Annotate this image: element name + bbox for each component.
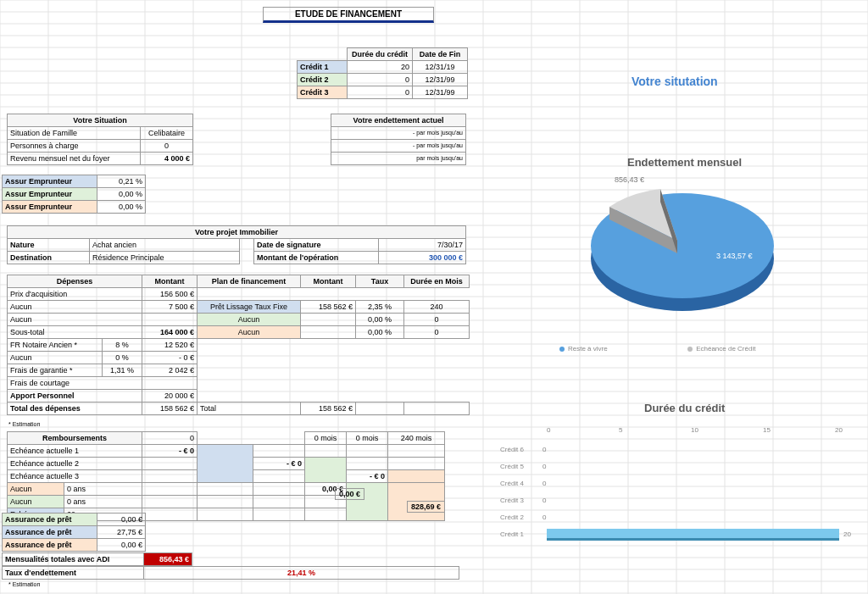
projet-header: Votre projet Immobilier: [8, 226, 466, 239]
totals-table: Mensualités totales avec ADI856,43 €: [2, 552, 192, 566]
remb-table: Remboursements 0 0 mois 0 mois 240 mois …: [7, 431, 445, 521]
svg-text:0: 0: [542, 446, 547, 453]
svg-text:5: 5: [619, 426, 623, 434]
svg-text:0: 0: [547, 426, 551, 434]
estimation-note: * Estimation: [8, 421, 40, 427]
projet-table: Votre projet Immobilier NatureAchat anci…: [7, 225, 466, 264]
svg-text:0: 0: [542, 514, 547, 521]
col-fin: Date de Fin: [413, 48, 468, 61]
svg-text:3 143,57 €: 3 143,57 €: [716, 252, 753, 260]
page-title: ETUDE DE FINANCEMENT: [263, 7, 434, 23]
svg-text:Crédit 6: Crédit 6: [500, 446, 525, 453]
svg-text:856,43 €: 856,43 €: [615, 175, 644, 184]
svg-rect-90: [547, 529, 839, 538]
situation-header: Votre Situation: [8, 114, 193, 127]
svg-text:Crédit 4: Crédit 4: [500, 480, 525, 487]
chart-title1: Votre situtation: [632, 75, 718, 88]
situation-table: Votre Situation Situation de FamilleCeli…: [7, 114, 193, 165]
assur-pret-table: Assurance de prêt0,00 € Assurance de prê…: [2, 513, 146, 552]
endett-header: Votre endettement actuel: [331, 114, 466, 127]
svg-text:20: 20: [843, 530, 851, 538]
svg-text:0: 0: [542, 463, 547, 470]
pie-chart: 856,43 € 3 143,57 €: [568, 165, 788, 335]
bar-chart: 0 5 10 15 20 Crédit 60 Crédit 50 Crédit …: [500, 422, 865, 558]
credit-row[interactable]: Crédit 2: [298, 74, 348, 86]
estimation-note2: * Estimation: [8, 581, 40, 587]
depenses-table: Dépenses Montant Plan de financement Mon…: [7, 275, 470, 415]
svg-text:15: 15: [763, 426, 771, 434]
col-duree: Durée du crédit: [348, 48, 413, 61]
credit-row[interactable]: Crédit 3: [298, 86, 348, 99]
svg-text:Crédit 2: Crédit 2: [500, 514, 525, 521]
svg-text:0: 0: [542, 480, 547, 487]
svg-text:Crédit 5: Crédit 5: [500, 463, 525, 470]
credit-row[interactable]: Crédit 1: [298, 61, 348, 74]
svg-text:Crédit 1: Crédit 1: [500, 530, 525, 538]
svg-text:20: 20: [835, 426, 843, 434]
svg-rect-91: [547, 538, 839, 541]
taux-table: Taux d'endettement21,41 %: [2, 566, 459, 580]
assur-table: Assur Emprunteur0,21 % Assur Emprunteur0…: [2, 175, 146, 214]
aucun-value[interactable]: 0,00 €: [335, 488, 364, 500]
pie-legend: Reste à vivre Echéance de Crédit: [559, 345, 755, 353]
credits-table: Durée du créditDate de Fin Crédit 12012/…: [297, 47, 468, 99]
svg-text:Crédit 3: Crédit 3: [500, 497, 525, 504]
svg-text:0: 0: [542, 497, 547, 504]
endett-actuel-table: Votre endettement actuel - par mois jusq…: [331, 114, 466, 165]
svg-text:10: 10: [691, 426, 698, 434]
echeance-value[interactable]: 828,69 €: [407, 501, 445, 513]
chart-title3: Durée du crédit: [644, 402, 725, 414]
